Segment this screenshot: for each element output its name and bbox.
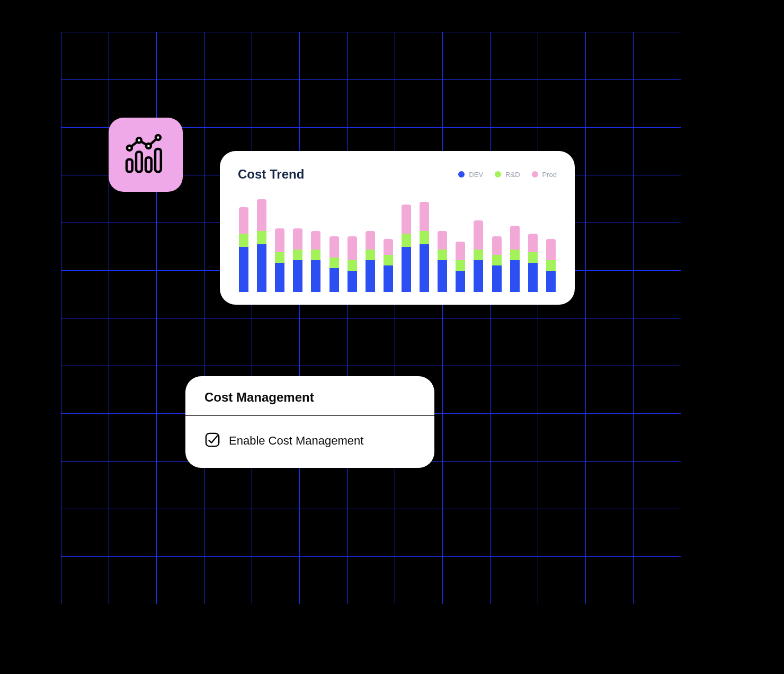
chart-bar-segment (510, 260, 520, 292)
chart-bar-segment (329, 268, 339, 292)
chart-bar-segment (402, 247, 411, 292)
chart-bar-segment (293, 260, 302, 292)
chart-bar-segment (384, 239, 393, 255)
chart-bar (402, 205, 411, 292)
chart-bar-segment (366, 260, 375, 292)
svg-rect-0 (127, 159, 132, 172)
chart-bar (546, 239, 556, 292)
chart-bar-segment (510, 226, 520, 250)
cost-trend-title: Cost Trend (238, 167, 304, 182)
chart-bar-segment (366, 231, 375, 250)
legend-item-rnd: R&D (495, 171, 520, 179)
chart-bar (384, 239, 393, 292)
legend-dot-prod (532, 171, 538, 178)
chart-bar-segment (384, 255, 393, 265)
svg-rect-3 (155, 149, 161, 172)
chart-bar-segment (275, 263, 284, 292)
svg-rect-8 (206, 433, 219, 446)
cost-management-header: Cost Management (185, 376, 434, 416)
chart-bar (366, 231, 375, 292)
svg-rect-2 (146, 157, 152, 172)
chart-bar-segment (311, 231, 320, 250)
chart-bar-segment (329, 258, 339, 268)
chart-bar-segment (311, 250, 320, 260)
chart-bar-segment (348, 271, 357, 292)
chart-bar-segment (293, 250, 302, 260)
chart-bar-segment (420, 244, 429, 292)
legend-dot-rnd (495, 171, 501, 178)
chart-bar-segment (384, 265, 393, 292)
legend-item-prod: Prod (532, 171, 557, 179)
chart-bar (420, 202, 429, 292)
chart-bar-segment (438, 260, 447, 292)
chart-bar-segment (257, 199, 266, 231)
chart-bar-segment (456, 271, 465, 292)
chart-bar-segment (492, 255, 502, 265)
cost-trend-card: Cost Trend DEV R&D Prod (220, 151, 575, 305)
chart-bar-segment (474, 260, 483, 292)
cost-management-title: Cost Management (204, 390, 415, 405)
chart-bar-segment (528, 263, 538, 292)
chart-bar-segment (456, 242, 465, 260)
svg-rect-1 (136, 152, 142, 172)
checkbox-checked-icon[interactable] (204, 432, 220, 450)
legend-label-dev: DEV (469, 171, 483, 179)
chart-bar (329, 236, 339, 292)
chart-bar-segment (239, 234, 248, 247)
chart-bar-segment (546, 271, 556, 292)
chart-bar (528, 234, 538, 292)
chart-bar-segment (402, 205, 411, 234)
chart-bar (438, 231, 447, 292)
chart-bar (510, 226, 520, 292)
chart-bar-segment (293, 228, 302, 250)
chart-bar-segment (528, 234, 538, 252)
chart-bar (239, 207, 248, 292)
chart-bar-segment (275, 228, 284, 252)
chart-bar-segment (275, 252, 284, 263)
chart-bar-segment (348, 236, 357, 260)
chart-bar-segment (239, 247, 248, 292)
chart-bar-segment (474, 250, 483, 260)
cost-trend-chart (238, 191, 557, 292)
chart-bar (456, 242, 465, 292)
chart-bar (257, 199, 266, 292)
analytics-chart-icon (122, 130, 170, 180)
cost-management-card: Cost Management Enable Cost Management (185, 376, 434, 468)
chart-bar-segment (546, 239, 556, 260)
svg-point-5 (137, 138, 141, 143)
legend-dot-dev (458, 171, 465, 178)
chart-bar-segment (257, 231, 266, 244)
legend-label-prod: Prod (542, 171, 557, 179)
chart-bar-segment (492, 236, 502, 255)
chart-bar-segment (474, 220, 483, 250)
chart-bar-segment (438, 250, 447, 260)
chart-bar-segment (510, 250, 520, 260)
chart-bar (348, 236, 357, 292)
chart-bar-segment (528, 252, 538, 263)
cost-management-body: Enable Cost Management (185, 416, 434, 468)
chart-bar-segment (257, 244, 266, 292)
chart-bar (474, 220, 483, 292)
chart-bar (492, 236, 502, 292)
chart-bar-segment (239, 207, 248, 234)
legend-label-rnd: R&D (505, 171, 520, 179)
chart-bar-segment (329, 236, 339, 258)
svg-point-4 (127, 146, 132, 150)
chart-bar-segment (311, 260, 320, 292)
chart-bar-segment (402, 234, 411, 247)
cost-trend-header: Cost Trend DEV R&D Prod (238, 167, 557, 182)
chart-bar-segment (492, 265, 502, 292)
chart-bar (293, 228, 302, 292)
analytics-tile (109, 118, 183, 192)
chart-bar-segment (438, 231, 447, 250)
cost-trend-legend: DEV R&D Prod (458, 171, 557, 179)
svg-point-7 (156, 135, 161, 140)
svg-point-6 (146, 144, 151, 148)
legend-item-dev: DEV (458, 171, 483, 179)
chart-bar-segment (348, 260, 357, 271)
chart-bar-segment (546, 260, 556, 271)
enable-cost-management-label: Enable Cost Management (229, 434, 363, 448)
chart-bar-segment (366, 250, 375, 260)
chart-bar-segment (420, 202, 429, 231)
chart-bar (311, 231, 320, 292)
